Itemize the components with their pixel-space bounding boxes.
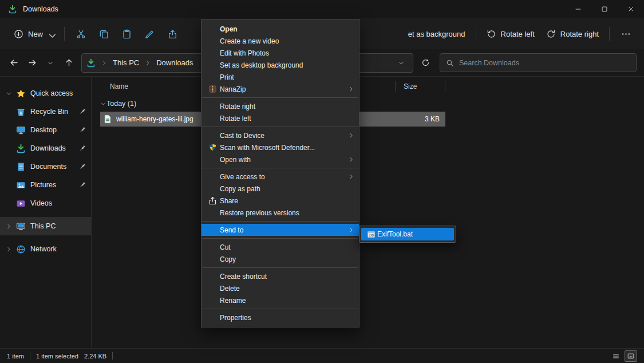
context-menu-item-label: Cut: [220, 243, 346, 251]
sidebar-item[interactable]: Quick access: [0, 84, 91, 102]
search-box: [440, 53, 637, 72]
sidebar-item-label: Documents: [30, 163, 78, 171]
context-menu-item[interactable]: Delete: [202, 282, 359, 294]
context-menu-item[interactable]: Edit with Photos: [202, 47, 359, 59]
chevron-right-icon[interactable]: [6, 223, 15, 230]
context-menu-item[interactable]: Copy as path: [202, 183, 359, 195]
details-view-button[interactable]: [610, 350, 622, 362]
cut-button[interactable]: [69, 23, 92, 44]
context-menu-item[interactable]: Cut: [202, 241, 359, 253]
column-divider[interactable]: [445, 81, 445, 92]
new-button[interactable]: New: [8, 23, 60, 44]
minimize-button[interactable]: [565, 0, 591, 18]
rotate-right-label: Rotate right: [560, 30, 599, 38]
copy-button[interactable]: [92, 23, 115, 44]
recent-locations-button[interactable]: [41, 54, 60, 72]
copy-icon: [99, 29, 109, 39]
context-menu-item[interactable]: Create a new video: [202, 35, 359, 47]
column-divider[interactable]: [395, 81, 396, 92]
videos-icon: [16, 199, 26, 208]
search-icon: [446, 59, 459, 67]
chevron-down-icon[interactable]: [6, 90, 15, 97]
column-header-name[interactable]: Name: [92, 82, 128, 90]
rename-button[interactable]: [138, 23, 161, 44]
share-button[interactable]: [161, 23, 184, 44]
back-button[interactable]: [5, 54, 23, 72]
sidebar-item[interactable]: Pictures: [0, 176, 91, 194]
submenu-arrow-icon: [346, 132, 354, 139]
up-button[interactable]: [60, 54, 78, 72]
submenu-item[interactable]: ExifTool.bat: [361, 228, 454, 240]
context-menu-item-label: Cast to Device: [220, 132, 346, 140]
toolbar-divider: [609, 27, 610, 41]
sidebar-item[interactable]: Recycle Bin: [0, 102, 91, 121]
sidebar-item[interactable]: Documents: [0, 157, 91, 176]
context-menu-item[interactable]: Create shortcut: [202, 270, 359, 282]
pin-icon: [78, 126, 86, 134]
pin-icon: [78, 108, 86, 116]
sidebar-item[interactable]: Network: [0, 240, 91, 258]
scissors-icon: [76, 29, 86, 39]
context-menu-item[interactable]: Set as desktop background: [202, 59, 359, 71]
context-menu-item[interactable]: Give access to: [202, 171, 359, 183]
context-menu-item[interactable]: Copy: [202, 253, 359, 265]
breadcrumb-this-pc[interactable]: This PC: [109, 57, 143, 69]
pictures-icon: [16, 180, 26, 190]
chevron-right-icon[interactable]: [6, 246, 15, 252]
status-divider: [30, 352, 30, 360]
sidebar-item[interactable]: Desktop: [0, 121, 91, 139]
context-menu-item[interactable]: Properties: [202, 311, 359, 323]
more-options-button[interactable]: [614, 23, 637, 44]
rotate-left-button[interactable]: Rotate left: [481, 23, 540, 44]
star-icon: [16, 89, 26, 98]
sidebar-item[interactable]: Downloads: [0, 139, 91, 157]
context-menu-item[interactable]: Restore previous versions: [202, 207, 359, 219]
title-bar: Downloads: [0, 0, 644, 18]
column-header-size[interactable]: Size: [404, 82, 417, 90]
context-menu-item-label: Copy as path: [220, 185, 346, 193]
context-menu-item-label: Print: [220, 73, 346, 81]
rotate-right-button[interactable]: Rotate right: [540, 23, 605, 44]
search-input[interactable]: [459, 59, 630, 67]
context-menu-item[interactable]: Share: [202, 195, 359, 207]
close-button[interactable]: [618, 0, 644, 18]
sidebar-item-label: Desktop: [30, 126, 78, 134]
address-dropdown-button[interactable]: [394, 60, 408, 66]
forward-button[interactable]: [23, 54, 41, 72]
context-menu-item[interactable]: Open with: [202, 153, 359, 165]
send-to-submenu: ExifTool.bat: [359, 226, 456, 243]
sidebar-item-label: Recycle Bin: [30, 108, 78, 116]
exiftool-icon: [365, 230, 377, 239]
context-menu-item[interactable]: Rotate right: [202, 100, 359, 112]
menu-divider: [202, 267, 358, 268]
context-menu-item[interactable]: Cast to Device: [202, 129, 359, 141]
context-menu-item[interactable]: Scan with Microsoft Defender...: [202, 141, 359, 153]
rotate-left-label: Rotate left: [501, 30, 535, 38]
context-menu-item[interactable]: NanaZip: [202, 83, 359, 95]
menu-divider: [202, 127, 358, 127]
toolbar-right-group: et as background Rotate left Rotate righ…: [402, 23, 637, 44]
refresh-button[interactable]: [416, 54, 435, 72]
nanazip-icon: [206, 85, 220, 94]
group-header-today[interactable]: Today (1): [92, 96, 644, 112]
rotate-right-icon: [546, 29, 556, 39]
thumbnail-view-button[interactable]: [625, 350, 637, 362]
context-menu-item-label: Give access to: [220, 173, 346, 181]
context-menu-item[interactable]: Rotate left: [202, 112, 359, 124]
context-menu-item[interactable]: Rename: [202, 294, 359, 306]
thumbnail-view-icon: [627, 352, 635, 360]
image-file-icon: [103, 115, 112, 124]
paste-button[interactable]: [115, 23, 138, 44]
context-menu-item[interactable]: Send to: [202, 224, 359, 236]
up-arrow-icon: [65, 58, 73, 67]
rotate-left-icon: [487, 29, 496, 39]
context-menu-item[interactable]: Print: [202, 71, 359, 83]
context-menu-item[interactable]: Open: [202, 23, 359, 35]
set-as-background-button[interactable]: et as background: [402, 23, 471, 44]
sidebar-item[interactable]: This PC: [0, 217, 91, 235]
sidebar-item[interactable]: Videos: [0, 194, 91, 212]
downloads-folder-icon: [86, 58, 96, 68]
sidebar-item-label: Network: [30, 245, 78, 253]
maximize-button[interactable]: [591, 0, 618, 18]
breadcrumb-downloads[interactable]: Downloads: [153, 57, 196, 69]
